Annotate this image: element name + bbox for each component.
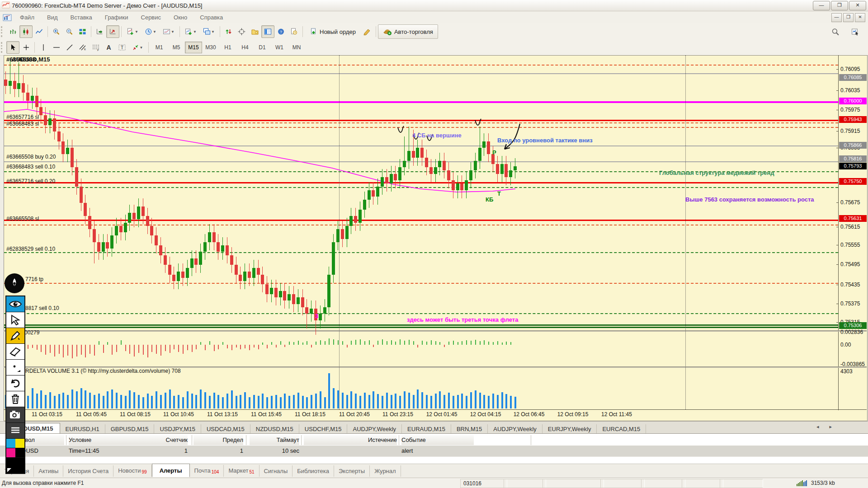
terminal-tab-журнал[interactable]: Журнал xyxy=(370,465,401,477)
terminal-tab-новости[interactable]: Новости99 xyxy=(113,465,151,477)
delete-tool[interactable] xyxy=(6,391,24,407)
chart-tab-gbpusd-m15[interactable]: GBPUSD,M15 xyxy=(105,424,155,434)
alert-cell-5[interactable] xyxy=(304,446,397,456)
trendline-tool[interactable] xyxy=(63,41,76,54)
text-label-tool[interactable]: T xyxy=(115,41,128,54)
chart-tab-eurusd-h1[interactable]: EURUSD,H1 xyxy=(60,424,105,434)
camera-tool[interactable] xyxy=(6,407,24,423)
color-swatch-current[interactable] xyxy=(6,458,24,473)
terminal-tab-библиотека[interactable]: Библиотека xyxy=(292,465,334,477)
toolbar-handle[interactable] xyxy=(1,42,5,53)
alerts-column-separator[interactable] xyxy=(531,435,531,445)
candlestick-chart-button[interactable] xyxy=(19,25,33,38)
help-button[interactable]: ? xyxy=(274,25,288,38)
chart-tab-nzdusd-m15[interactable]: NZDUSD,M15 xyxy=(250,424,299,434)
cursor-tool-button[interactable] xyxy=(6,41,19,54)
zoom-in-button[interactable] xyxy=(50,25,63,38)
chart-tab-usdchf-m15[interactable]: USDCHF,M15 xyxy=(299,424,348,434)
terminal-tab-история-счета[interactable]: История Счета xyxy=(63,465,113,477)
color-swatch-yellow[interactable] xyxy=(15,439,24,448)
timeframe-h1[interactable]: H1 xyxy=(219,42,236,53)
alerts-header-6[interactable]: Событие xyxy=(401,435,474,445)
color-swatch-black[interactable] xyxy=(15,448,24,457)
terminal-tab-эксперты[interactable]: Эксперты xyxy=(334,465,370,477)
menu-service[interactable]: Сервис xyxy=(135,12,168,23)
eye-tool[interactable] xyxy=(6,296,24,312)
chart-tab-audjpy-weekly[interactable]: AUDJPY,Weekly xyxy=(347,424,402,434)
chart-tab-eurjpy-weekly[interactable]: EURJPY,Weekly xyxy=(542,424,597,434)
menu-view[interactable]: Вид xyxy=(41,12,64,23)
chart-tab-eurcad-m15[interactable]: EURCAD,M15 xyxy=(597,424,646,434)
title-bar[interactable]: 760090960: ForexClub-MT4 Demo Server - Д… xyxy=(0,0,868,11)
timeframe-m30[interactable]: M30 xyxy=(202,42,219,53)
line-chart-button[interactable] xyxy=(33,25,46,38)
terminal-tab-маркет[interactable]: Маркет51 xyxy=(224,465,259,477)
text-tool[interactable]: A xyxy=(102,41,115,54)
chart-tab-euraud-m15[interactable]: EURAUD,M15 xyxy=(402,424,451,434)
menu-tool[interactable] xyxy=(6,423,24,439)
search-icon[interactable] xyxy=(829,25,842,38)
terminal-panel-button[interactable] xyxy=(261,25,274,38)
data-window-icon[interactable] xyxy=(849,25,862,38)
timeframe-m15[interactable]: M15 xyxy=(185,42,202,53)
equidistant-channel-tool[interactable]: E xyxy=(76,41,89,54)
profiles-button[interactable]: ▼ xyxy=(142,25,160,38)
stroke-size-tool[interactable] xyxy=(6,360,24,375)
timeframe-d1[interactable]: D1 xyxy=(254,42,271,53)
undo-tool[interactable] xyxy=(6,375,24,391)
terminal-tab-почта[interactable]: Почта104 xyxy=(190,465,224,477)
alerts-column-separator[interactable] xyxy=(246,435,246,445)
alerts-header-5[interactable]: Истечение xyxy=(304,435,397,445)
chart-tab-scroll-arrows[interactable]: ◂ ▸ xyxy=(816,424,836,430)
alerts-column-separator[interactable] xyxy=(66,435,66,445)
chart-tab-audjpy-weekly[interactable]: AUDJPY,Weekly xyxy=(488,424,542,434)
auto-scroll-button[interactable] xyxy=(93,25,106,38)
cycle-arrows-button[interactable] xyxy=(222,25,235,38)
highlighter-button[interactable] xyxy=(361,25,374,38)
chart-tab-usdjpy-m15[interactable]: USDJPY,M15 xyxy=(154,424,201,434)
arrows-tool-button[interactable]: ▼ xyxy=(128,41,146,54)
alert-cell-3[interactable]: 1 xyxy=(193,446,243,456)
mdi-restore-button[interactable]: ❐ xyxy=(843,13,854,22)
alerts-column-separator[interactable] xyxy=(399,435,399,445)
crosshair-tool-button[interactable] xyxy=(19,41,33,54)
pen-tool-badge[interactable] xyxy=(5,273,24,293)
pencil-tool[interactable] xyxy=(6,328,24,344)
eraser-tool[interactable] xyxy=(6,344,24,360)
strategy-tester-button[interactable] xyxy=(288,25,301,38)
crosshair-target-button[interactable] xyxy=(235,25,248,38)
color-swatch-magenta[interactable] xyxy=(6,448,15,457)
timeframe-h4[interactable]: H4 xyxy=(236,42,254,53)
chart-tab-brn-m15[interactable]: BRN,M15 xyxy=(451,424,488,434)
alerts-header-4[interactable]: Таймаут xyxy=(250,435,299,445)
menu-file[interactable]: Файл xyxy=(14,12,41,23)
fibonacci-tool[interactable]: F xyxy=(89,41,102,54)
mdi-close-button[interactable]: ✕ xyxy=(855,13,865,22)
terminal-tab-сигналы[interactable]: Сигналы xyxy=(259,465,293,477)
chart-tab-usdcad-m15[interactable]: USDCAD,M15 xyxy=(201,424,250,434)
alert-cell-4[interactable]: 10 sec xyxy=(250,446,299,456)
cursor-tool[interactable] xyxy=(6,312,24,328)
terminal-tab-активы[interactable]: Активы xyxy=(34,465,63,477)
new-chart-button[interactable]: ▼ xyxy=(123,25,142,38)
window-close-button[interactable]: ✕ xyxy=(849,1,866,10)
toolbar-handle[interactable] xyxy=(1,26,5,37)
vertical-line-tool[interactable] xyxy=(37,41,50,54)
alerts-column-separator[interactable] xyxy=(301,435,302,445)
alerts-column-separator[interactable] xyxy=(192,435,192,445)
resize-handle[interactable] xyxy=(7,468,11,472)
horizontal-line-tool[interactable] xyxy=(50,41,63,54)
alert-cell-6[interactable]: alert xyxy=(401,446,474,456)
color-swatch-cyan[interactable] xyxy=(6,439,15,448)
autotrade-button[interactable]: Авто-торговля xyxy=(378,24,438,39)
timeframe-m5[interactable]: M5 xyxy=(168,42,185,53)
alert-cell-2[interactable]: 1 xyxy=(136,446,188,456)
menu-charts[interactable]: Графики xyxy=(99,12,135,23)
tile-windows-button[interactable] xyxy=(76,25,89,38)
timeframe-w1[interactable]: W1 xyxy=(271,42,288,53)
mdi-minimize-button[interactable]: — xyxy=(831,13,842,22)
timeframe-mn[interactable]: MN xyxy=(288,42,305,53)
timeframe-m1[interactable]: M1 xyxy=(151,42,168,53)
menu-insert[interactable]: Вставка xyxy=(64,12,99,23)
menu-window[interactable]: Окно xyxy=(167,12,193,23)
